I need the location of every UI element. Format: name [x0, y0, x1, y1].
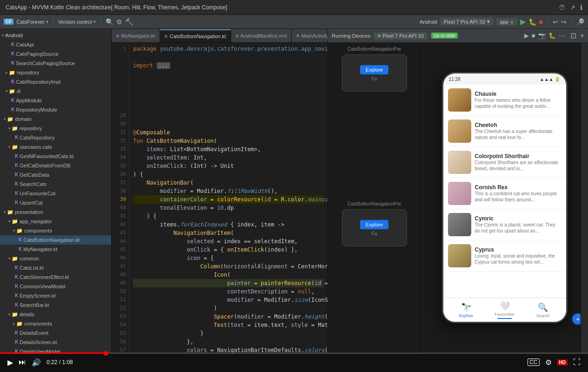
code-line — [133, 70, 324, 78]
sidebar-item-repository[interactable]: ▸ 📁 repository — [0, 68, 111, 77]
settings-button[interactable]: ⚙ — [545, 358, 552, 367]
sidebar-item-shimmer[interactable]: K CatsShimmerEffect.kt — [0, 272, 111, 282]
nav-label-favourites: Favourites — [494, 312, 514, 317]
sidebar-folder-details-components[interactable]: ▸ 📁 components — [0, 319, 111, 328]
sidebar-item-catsapi[interactable]: K CatsApi — [0, 40, 111, 49]
kt-icon: K — [19, 236, 22, 244]
line-num: 53 — [112, 312, 126, 321]
sidebar-item-searchbar[interactable]: K SearchBar.kt — [0, 300, 111, 310]
cat-item-cornish[interactable]: Cornish Rex This is a confident cat who … — [443, 178, 566, 209]
sidebar-item-detailsscreen[interactable]: K DetailsScreen.kt — [0, 338, 111, 347]
search-icon[interactable]: 🔍 — [106, 18, 114, 26]
nav-search[interactable]: 🔍 Search — [524, 302, 562, 318]
sidebar-folder-domain[interactable]: ▾ 📁 domain — [0, 114, 111, 124]
camera-icon[interactable]: 📷 — [538, 32, 546, 39]
android-root[interactable]: ▾ Android — [0, 31, 111, 40]
title-bar: CatsApp - MVVM Kotlin Clean architecture… — [0, 0, 588, 15]
maximize-icon[interactable]: ⊡ — [570, 31, 576, 40]
explore-button-2[interactable]: Explore — [360, 220, 388, 229]
sidebar-folder-presentation[interactable]: ▾ 📁 presentation — [0, 207, 111, 217]
project-selector[interactable]: CatsForever ▾ — [16, 19, 48, 25]
sidebar-item-emptyscreen[interactable]: K EmptyScreen.kt — [0, 291, 111, 300]
volume-button[interactable]: 🔊 — [32, 358, 41, 367]
settings-icon[interactable]: ⚙ — [116, 18, 122, 26]
cat-item-cymric[interactable]: Cymric The Cymric is a placid, sweet cat… — [443, 209, 566, 240]
progress-dot[interactable] — [104, 351, 108, 356]
bug-icon[interactable]: 🐛 — [548, 32, 556, 39]
line-num — [112, 61, 126, 70]
undo-icon[interactable]: ↩ — [553, 18, 558, 26]
version-control[interactable]: Version control ▾ — [58, 19, 96, 25]
sidebar-item-getcatdetails[interactable]: K GetCatDetailsFromDB — [0, 161, 111, 170]
nav-favourites[interactable]: 🤍 Favourites — [485, 301, 524, 319]
code-editor: 1 29 30 31 32 33 34 35 36 37 38 39 — [112, 43, 327, 352]
sidebar-item-repomodule[interactable]: K RepositoryModule — [0, 105, 111, 114]
stop-icon[interactable]: ■ — [532, 32, 535, 39]
tab-manifest[interactable]: X AndroidManifest.xml — [231, 29, 292, 42]
find-icon[interactable]: 🔎 — [576, 18, 584, 26]
sidebar-item-searchcats[interactable]: K SearchCats — [0, 179, 111, 189]
sidebar-item-catslist[interactable]: K CatsList.kt — [0, 263, 111, 272]
sidebar-item-commonviewmodel[interactable]: K CommonViewModel — [0, 282, 111, 291]
sidebar-folder-details[interactable]: ▾ 📁 details — [0, 310, 111, 319]
nav-explore[interactable]: 🔭 Explore — [447, 302, 486, 318]
folder-icon: 📁 — [9, 68, 15, 77]
expand-arrow: ▸ — [13, 319, 15, 328]
sidebar-item-unfavourite[interactable]: K UnFavouriteCat — [0, 189, 111, 198]
debug-icon[interactable]: 🐛 — [528, 18, 536, 26]
sidebar-item-detailsviewmodel[interactable]: K DetailsViewModel — [0, 347, 111, 352]
history-icon[interactable]: ⏱ — [559, 4, 565, 11]
share-icon[interactable]: ↗ — [570, 4, 575, 11]
xml-badge: X — [236, 33, 239, 38]
build-icon[interactable]: 🔨 — [125, 18, 133, 26]
plus-icon[interactable]: + — [580, 32, 584, 40]
sidebar-folder-di[interactable]: ▾ 📁 di — [0, 86, 111, 96]
sidebar-folder-appnav[interactable]: ▾ 📁 app_navigator — [0, 217, 111, 226]
code-content[interactable]: package youtube.devxraju.catsforever.pre… — [129, 43, 327, 352]
tab-mainactivity[interactable]: K MainActivity — [292, 29, 327, 42]
play-icon[interactable]: ▶ — [524, 32, 529, 39]
sidebar-item-catspaging[interactable]: K CatsPagingSource — [0, 49, 111, 59]
device-selector[interactable]: Pixel 7 Pro API 33 ▾ — [440, 18, 494, 26]
sidebar-item-getcatsdata[interactable]: K GetCatsData — [0, 170, 111, 179]
favourites-icon: 🤍 — [500, 301, 510, 311]
sidebar-item-appmodule[interactable]: K AppModule — [0, 96, 111, 105]
device-chip[interactable]: Pixel 7 Pro API 33 — [374, 32, 428, 40]
next-button[interactable]: ⏭ — [19, 358, 26, 366]
fullscreen-button[interactable]: ⛶ — [573, 358, 581, 366]
redo-icon[interactable]: ↪ — [561, 18, 567, 26]
tab-mynavigator[interactable]: K MyNavigator.kt — [112, 29, 160, 42]
sidebar-item-catsbottomnav[interactable]: K CatsBottomNavigation.kt — [0, 235, 111, 245]
sidebar-item-catsrepo[interactable]: K CatsRepository — [0, 133, 111, 142]
app-config-selector[interactable]: app ● — [496, 18, 517, 26]
tab-catsbottomnav[interactable]: K CatsBottomNavigation.kt — [160, 29, 231, 42]
cat-item-colorpoint[interactable]: Colorpoint Shorthair Colorpoint Shorthai… — [443, 147, 566, 178]
stop-icon[interactable]: ■ — [539, 18, 543, 26]
sidebar-item-searchcatspaging[interactable]: K SearchCatsPagingSource — [0, 59, 111, 68]
cc-button[interactable]: CC — [528, 359, 539, 366]
sidebar-item-upsertcat[interactable]: K UpsertCat — [0, 198, 111, 207]
run-icon[interactable]: ▶ — [520, 17, 526, 26]
explore-button[interactable]: Explore — [360, 65, 388, 74]
cat-item-cheetoh[interactable]: Cheetoh The Cheetoh has a super affectio… — [443, 116, 566, 147]
sidebar-folder-common[interactable]: ▾ 📁 common — [0, 254, 111, 263]
sidebar-item-detailsevent[interactable]: K DetailsEvent — [0, 328, 111, 338]
device-content: Chausie For those owners who desire a fe… — [443, 85, 566, 322]
sidebar-item-catsrepoImpl[interactable]: K CatsRepositoryImpl — [0, 77, 111, 86]
cat-item-chausie[interactable]: Chausie For those owners who desire a fe… — [443, 85, 566, 116]
sidebar-folder-components[interactable]: ▾ 📁 components — [0, 226, 111, 235]
cat-item-cyprus[interactable]: Cyprus Loving, loyal, social and inquisi… — [443, 240, 566, 272]
sidebar-folder-usecases[interactable]: ▾ 📁 usecases.cats — [0, 142, 111, 152]
sidebar-item-mynavigator[interactable]: K MyNavigator.kt — [0, 245, 111, 254]
separator — [571, 18, 572, 26]
sidebar-item-getallfav[interactable]: K GetAllFavouritedCats.kt — [0, 152, 111, 161]
sidebar-folder-repo2[interactable]: ▾ 📁 repository — [0, 124, 111, 133]
play-pause-button[interactable]: ▶ — [7, 358, 13, 367]
preview-frame-1: CatsBottomNavigationPre Explore Fa — [328, 43, 421, 198]
code-line — [133, 112, 324, 120]
progress-bar[interactable] — [0, 352, 588, 354]
info-icon[interactable]: ℹ — [580, 4, 582, 11]
code-line — [133, 103, 324, 112]
line-num — [112, 70, 126, 78]
more-icon[interactable]: ⋯ — [559, 32, 565, 39]
